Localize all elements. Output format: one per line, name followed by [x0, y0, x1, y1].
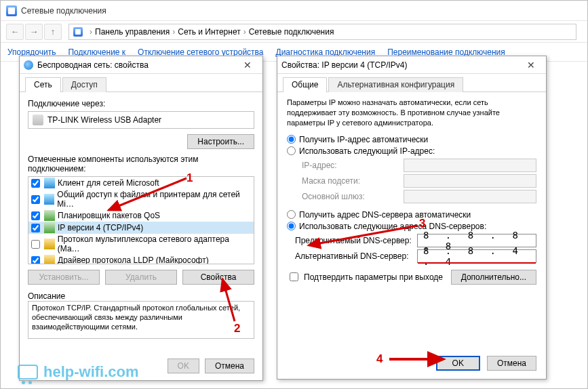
network-icon — [73, 27, 83, 37]
list-item: Планировщик пакетов QoS — [28, 209, 254, 222]
components-label: Отмеченные компоненты используются этим … — [28, 155, 254, 173]
adapter-box: TP-LINK Wireless USB Adapter — [28, 111, 254, 129]
confirm-exit-label: Подтвердить параметры при выходе — [304, 272, 443, 282]
advanced-button[interactable]: Дополнительно... — [451, 270, 536, 285]
breadcrumb[interactable]: › Панель управления › Сеть и Интернет › … — [68, 24, 576, 40]
ipv4-info-text: Параметры IP можно назначать автоматичес… — [287, 98, 536, 128]
dlg2-body: Параметры IP можно назначать автоматичес… — [277, 92, 546, 290]
wifi-icon — [24, 60, 33, 70]
mux-icon — [44, 239, 55, 249]
subnet-mask-input — [404, 174, 536, 188]
dns2-label: Альтернативный DNS-сервер: — [295, 251, 417, 261]
component-label: Планировщик пакетов QoS — [58, 211, 160, 220]
list-item-selected: IP версии 4 (TCP/IPv4) — [28, 222, 254, 234]
component-checkbox[interactable] — [31, 195, 40, 204]
component-checkbox[interactable] — [31, 224, 40, 232]
ip-manual-label: Использовать следующий IP-адрес: — [299, 146, 435, 156]
nav-back-button[interactable]: ← — [6, 24, 24, 40]
router-icon — [18, 365, 38, 380]
gateway-label: Основной шлюз: — [302, 192, 404, 201]
component-label: Драйвер протокола LLDP (Майкрософт) — [58, 255, 209, 264]
properties-button[interactable]: Свойства — [182, 270, 254, 285]
component-checkbox[interactable] — [31, 240, 40, 249]
dns-manual-radio[interactable] — [287, 222, 296, 230]
component-label: Общий доступ к файлам и принтерам для се… — [57, 190, 251, 209]
description-box: Протокол TCP/IP. Стандартный протокол гл… — [28, 301, 254, 339]
component-label: IP версии 4 (TCP/IPv4) — [58, 223, 143, 232]
close-icon[interactable]: ✕ — [520, 58, 542, 72]
gateway-input — [404, 190, 536, 203]
cancel-button[interactable]: Отмена — [205, 359, 254, 373]
client-icon — [44, 178, 55, 188]
chevron-right-icon: › — [172, 27, 175, 37]
explorer-navbar: ← → ↑ › Панель управления › Сеть и Интер… — [1, 21, 587, 43]
ipv4-icon — [44, 222, 55, 233]
explorer-titlebar: Сетевые подключения — [1, 1, 587, 21]
adapter-icon — [33, 115, 43, 125]
remove-button[interactable]: Удалить — [105, 270, 177, 285]
adapter-name: TP-LINK Wireless USB Adapter — [47, 115, 161, 125]
list-item: Драйвер протокола LLDP (Майкрософт) — [28, 254, 254, 264]
list-item: Протокол мультиплексора сетевого адаптер… — [28, 234, 254, 254]
watermark: help-wifi.com — [18, 363, 139, 381]
dlg1-titlebar: Беспроводная сеть: свойства ✕ — [20, 56, 262, 74]
dns1-label: Предпочитаемый DNS-сервер: — [295, 236, 417, 245]
ip-auto-radio[interactable] — [287, 135, 296, 144]
chevron-right-icon: › — [90, 27, 92, 37]
ip-address-label: IP-адрес: — [302, 161, 404, 170]
component-checkbox[interactable] — [31, 256, 40, 265]
dlg1-body: Подключение через: TP-LINK Wireless USB … — [20, 92, 262, 346]
explorer-title: Сетевые подключения — [21, 6, 106, 16]
share-icon — [44, 194, 54, 205]
crumb-control-panel[interactable]: Панель управления — [95, 27, 170, 37]
list-item: Клиент для сетей Microsoft — [28, 177, 254, 189]
network-icon — [6, 5, 17, 16]
component-checkbox[interactable] — [31, 179, 40, 188]
lldp-icon — [44, 255, 55, 264]
dlg1-title: Беспроводная сеть: свойства — [37, 60, 237, 70]
crumb-network[interactable]: Сеть и Интернет — [178, 27, 240, 37]
ipv4-properties-dialog: Свойства: IP версии 4 (TCP/IPv4) ✕ Общие… — [277, 56, 547, 380]
tab-network[interactable]: Сеть — [25, 77, 61, 92]
description-title: Описание — [28, 291, 254, 301]
nav-fwd-button[interactable]: → — [25, 24, 43, 40]
chevron-right-icon: › — [243, 27, 246, 37]
adapter-properties-dialog: Беспроводная сеть: свойства ✕ Сеть Досту… — [19, 56, 263, 381]
tab-general[interactable]: Общие — [283, 77, 327, 92]
dns-auto-label: Получить адрес DNS-сервера автоматически — [299, 210, 471, 220]
ip-manual-radio[interactable] — [287, 146, 296, 155]
ok-button[interactable]: OK — [168, 359, 199, 373]
watermark-text: help-wifi.com — [43, 363, 139, 381]
dns-auto-radio[interactable] — [287, 210, 296, 219]
dlg2-titlebar: Свойства: IP версии 4 (TCP/IPv4) ✕ — [277, 56, 546, 74]
ip-auto-label: Получить IP-адрес автоматически — [299, 135, 428, 144]
dns2-input[interactable]: 8 . 8 . 4 . 4 — [417, 249, 536, 263]
cancel-button[interactable]: Отмена — [487, 356, 536, 371]
crumb-connections[interactable]: Сетевые подключения — [249, 27, 334, 37]
qos-icon — [44, 210, 55, 221]
ok-button[interactable]: OK — [436, 356, 480, 371]
component-label: Клиент для сетей Microsoft — [58, 178, 159, 188]
dlg2-title: Свойства: IP версии 4 (TCP/IPv4) — [281, 60, 520, 70]
install-button[interactable]: Установить... — [28, 270, 100, 285]
tab-alt-config[interactable]: Альтернативная конфигурация — [328, 77, 463, 92]
configure-button[interactable]: Настроить... — [187, 134, 254, 149]
list-item: Общий доступ к файлам и принтерам для се… — [28, 189, 254, 209]
components-list[interactable]: Клиент для сетей Microsoft Общий доступ … — [28, 176, 254, 264]
connect-via-label: Подключение через: — [28, 99, 254, 108]
subnet-mask-label: Маска подсети: — [302, 176, 404, 186]
confirm-exit-checkbox[interactable] — [290, 272, 298, 281]
close-icon[interactable]: ✕ — [237, 58, 258, 72]
dlg1-tabs: Сеть Доступ — [20, 77, 262, 92]
ip-address-input — [404, 159, 536, 172]
dlg2-tabs: Общие Альтернативная конфигурация — [277, 77, 546, 92]
component-checkbox[interactable] — [31, 211, 40, 220]
component-label: Протокол мультиплексора сетевого адаптер… — [58, 234, 251, 253]
nav-up-button[interactable]: ↑ — [44, 24, 62, 40]
tab-sharing[interactable]: Доступ — [62, 77, 106, 92]
